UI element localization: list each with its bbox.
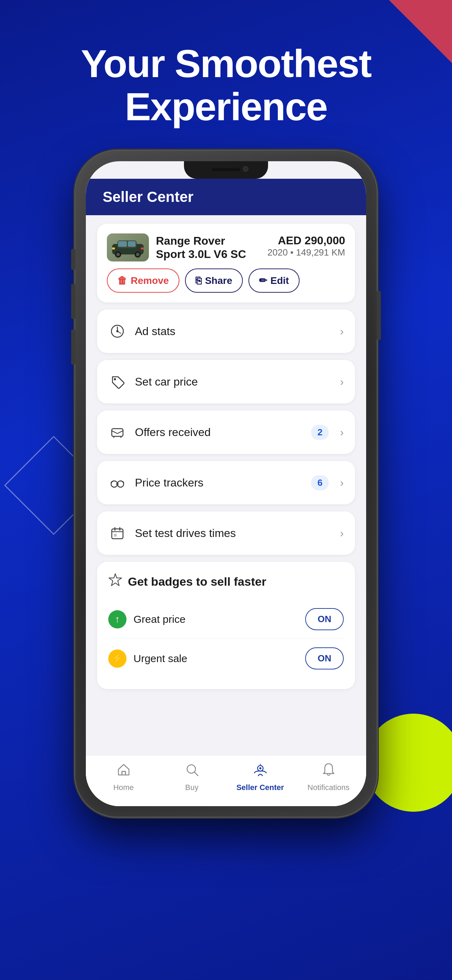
price-trackers-badge: 6 bbox=[311, 475, 329, 490]
car-price: AED 290,000 bbox=[278, 234, 345, 247]
app-header: Seller Center bbox=[86, 179, 366, 215]
great-price-toggle[interactable]: ON bbox=[305, 608, 344, 630]
svg-rect-9 bbox=[141, 247, 144, 250]
set-price-chevron: › bbox=[340, 375, 344, 388]
offers-label: Offers received bbox=[135, 426, 303, 439]
nav-seller-label: Seller Center bbox=[237, 783, 284, 792]
svg-point-11 bbox=[116, 330, 118, 332]
glasses-icon bbox=[108, 474, 126, 492]
urgent-sale-toggle[interactable]: ON bbox=[305, 648, 344, 670]
ad-stats-label: Ad stats bbox=[135, 325, 331, 338]
side-button-bot bbox=[71, 329, 75, 364]
hero-section: Your Smoothest Experience bbox=[0, 42, 452, 128]
bottom-nav: Home Buy bbox=[86, 755, 366, 806]
edit-button[interactable]: ✏ Edit bbox=[248, 269, 299, 293]
great-price-item: ↑ Great price ON bbox=[108, 600, 344, 639]
svg-rect-8 bbox=[112, 247, 115, 250]
offers-icon bbox=[108, 423, 126, 441]
ad-stats-card[interactable]: Ad stats › bbox=[97, 310, 355, 353]
urgent-sale-item: ⚡ Urgent sale ON bbox=[108, 639, 344, 678]
car-svg bbox=[110, 237, 145, 258]
car-meta: 2020 • 149,291 KM bbox=[267, 247, 345, 258]
great-price-label: Great price bbox=[134, 613, 185, 625]
test-drives-item[interactable]: Set test drives times › bbox=[97, 511, 355, 555]
offers-item[interactable]: Offers received 2 › bbox=[97, 410, 355, 454]
ad-stats-chevron: › bbox=[340, 325, 344, 338]
great-price-left: ↑ Great price bbox=[108, 610, 185, 628]
badges-card: Get badges to sell faster ↑ Great price … bbox=[97, 562, 355, 689]
bell-icon bbox=[321, 762, 336, 780]
app-screen: Seller Center bbox=[86, 179, 366, 806]
dashboard-icon bbox=[108, 322, 126, 340]
car-details: Range Rover Sport 3.0L V6 SC AED 290,000… bbox=[156, 234, 345, 261]
car-actions: 🗑 Remove ⎘ Share ✏ Edit bbox=[107, 269, 345, 293]
home-icon bbox=[116, 762, 131, 780]
set-price-item[interactable]: Set car price › bbox=[97, 360, 355, 403]
nav-notifications[interactable]: Notifications bbox=[294, 762, 363, 792]
test-drives-chevron: › bbox=[340, 527, 344, 540]
search-icon bbox=[185, 762, 199, 780]
ad-stats-item[interactable]: Ad stats › bbox=[97, 310, 355, 353]
test-drives-card[interactable]: Set test drives times › bbox=[97, 511, 355, 555]
nav-home-label: Home bbox=[113, 783, 134, 792]
seller-center-icon bbox=[253, 762, 268, 780]
svg-rect-16 bbox=[112, 529, 123, 539]
svg-point-12 bbox=[114, 378, 116, 380]
hero-title: Your Smoothest Experience bbox=[0, 42, 452, 128]
great-price-icon: ↑ bbox=[108, 610, 126, 628]
badge-section-icon bbox=[108, 573, 122, 590]
trash-icon: 🗑 bbox=[118, 275, 127, 286]
price-trackers-chevron: › bbox=[340, 476, 344, 489]
price-trackers-item[interactable]: Price trackers 6 › bbox=[97, 461, 355, 504]
nav-buy-label: Buy bbox=[185, 783, 199, 792]
side-button-right bbox=[377, 291, 381, 340]
notch-speaker bbox=[212, 168, 240, 171]
svg-rect-13 bbox=[112, 429, 123, 436]
price-trackers-label: Price trackers bbox=[135, 476, 303, 489]
car-info-row: Range Rover Sport 3.0L V6 SC AED 290,000… bbox=[107, 234, 345, 261]
svg-rect-3 bbox=[128, 241, 135, 247]
notch-camera bbox=[243, 166, 248, 172]
offers-chevron: › bbox=[340, 426, 344, 439]
car-listing-card: Range Rover Sport 3.0L V6 SC AED 290,000… bbox=[97, 224, 355, 302]
phone-mockup: Seller Center bbox=[75, 151, 377, 817]
svg-marker-18 bbox=[109, 574, 122, 586]
urgent-sale-label: Urgent sale bbox=[134, 652, 187, 665]
notch bbox=[184, 161, 268, 179]
phone-shell: Seller Center bbox=[75, 151, 377, 817]
test-drives-label: Set test drives times bbox=[135, 527, 331, 540]
svg-rect-2 bbox=[118, 241, 127, 247]
share-button[interactable]: ⎘ Share bbox=[185, 269, 243, 293]
nav-seller-center[interactable]: Seller Center bbox=[226, 762, 294, 792]
edit-icon: ✏ bbox=[259, 275, 267, 286]
svg-point-7 bbox=[136, 253, 140, 256]
nav-buy[interactable]: Buy bbox=[158, 762, 226, 792]
car-image bbox=[107, 234, 149, 261]
price-tag-icon bbox=[108, 372, 126, 391]
nav-home[interactable]: Home bbox=[89, 762, 158, 792]
svg-rect-17 bbox=[114, 534, 117, 537]
svg-rect-19 bbox=[122, 772, 126, 775]
offers-badge: 2 bbox=[311, 425, 329, 440]
share-icon: ⎘ bbox=[196, 275, 202, 286]
car-name-line1: Range Rover bbox=[156, 234, 246, 247]
offers-card[interactable]: Offers received 2 › bbox=[97, 410, 355, 454]
car-name-line2: Sport 3.0L V6 SC bbox=[156, 247, 246, 261]
phone-screen: Seller Center bbox=[86, 161, 366, 806]
badges-title: Get badges to sell faster bbox=[108, 573, 344, 590]
side-button-mid bbox=[71, 284, 75, 319]
svg-point-22 bbox=[259, 767, 261, 769]
page-title: Seller Center bbox=[103, 189, 193, 205]
set-price-card[interactable]: Set car price › bbox=[97, 360, 355, 403]
urgent-sale-left: ⚡ Urgent sale bbox=[108, 649, 187, 668]
remove-button[interactable]: 🗑 Remove bbox=[107, 269, 180, 293]
price-trackers-card[interactable]: Price trackers 6 › bbox=[97, 461, 355, 504]
svg-point-5 bbox=[116, 253, 120, 256]
calendar-icon bbox=[108, 524, 126, 542]
urgent-sale-icon: ⚡ bbox=[108, 649, 126, 668]
app-content: Range Rover Sport 3.0L V6 SC AED 290,000… bbox=[86, 215, 366, 797]
side-button-top bbox=[71, 249, 75, 270]
deco-bottom-right bbox=[364, 714, 452, 812]
set-price-label: Set car price bbox=[135, 375, 331, 388]
nav-notifications-label: Notifications bbox=[308, 783, 350, 792]
